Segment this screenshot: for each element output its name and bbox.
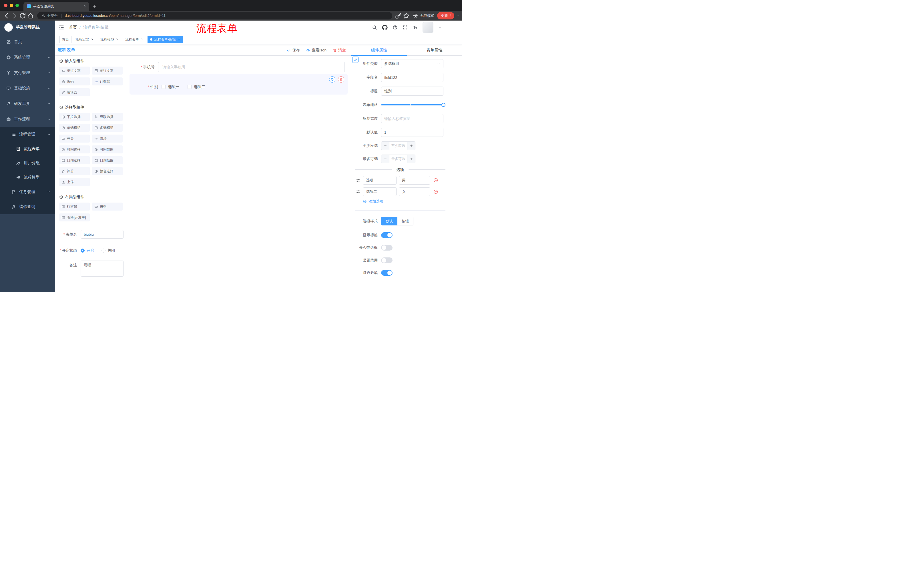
- browser-home-button[interactable]: [27, 12, 34, 20]
- form-grid-slider[interactable]: [381, 100, 444, 109]
- sidebar-item-user-group[interactable]: 用户分组: [0, 156, 55, 170]
- palette-item[interactable]: 密码: [59, 77, 90, 86]
- palette-item[interactable]: 上传: [59, 178, 90, 186]
- checkbox-icon[interactable]: [162, 85, 165, 89]
- gender-checkbox-option-2[interactable]: 选项二: [188, 84, 206, 89]
- drag-handle-icon[interactable]: [356, 189, 361, 194]
- sidebar-item-leave-query[interactable]: 请假查询: [0, 199, 55, 214]
- disabled-toggle[interactable]: [381, 257, 393, 263]
- gender-checkbox-option-1[interactable]: 选项一: [162, 84, 180, 89]
- palette-item[interactable]: 日期选择: [59, 156, 90, 164]
- palette-item[interactable]: 日期范围: [92, 156, 123, 164]
- sidebar-item-payment[interactable]: 支付管理: [0, 65, 55, 81]
- palette-item[interactable]: 按钮: [92, 202, 123, 211]
- tag-process-definition[interactable]: 流程定义: [73, 36, 96, 43]
- phone-field-row[interactable]: 手机号: [130, 62, 348, 72]
- slider-handle[interactable]: [441, 103, 446, 107]
- status-radio-on[interactable]: 开启: [81, 248, 94, 253]
- sidebar-item-process-form[interactable]: 流程表单: [0, 142, 55, 156]
- github-icon[interactable]: [382, 25, 388, 30]
- sidebar-item-system[interactable]: 系统管理: [0, 50, 55, 65]
- avatar-caret-icon[interactable]: [439, 26, 441, 29]
- palette-item[interactable]: 滑块: [92, 135, 123, 143]
- style-default-button[interactable]: 默认: [381, 217, 398, 225]
- option-value-input[interactable]: [399, 176, 430, 184]
- search-icon[interactable]: [372, 25, 377, 30]
- browser-tab[interactable]: 芋道管理系统: [23, 2, 89, 11]
- form-name-input[interactable]: [81, 230, 124, 239]
- style-button-button[interactable]: 按钮: [398, 217, 413, 225]
- new-tab-button[interactable]: [92, 5, 97, 8]
- url-text[interactable]: dashboard.yudao.iocoder.cn/bpm/manager/f…: [65, 14, 165, 18]
- component-type-select[interactable]: 多选框组: [381, 59, 444, 68]
- copy-component-button[interactable]: [329, 76, 335, 82]
- palette-item[interactable]: 评分: [59, 167, 90, 175]
- sidebar-item-process-management[interactable]: 流程管理: [0, 127, 55, 142]
- password-manager-icon[interactable]: [394, 12, 402, 20]
- tag-close-icon[interactable]: [116, 38, 119, 41]
- min-select-value[interactable]: 至少应选: [389, 142, 407, 150]
- tag-home[interactable]: 首页: [59, 36, 71, 43]
- tag-process-model[interactable]: 流程模型: [98, 36, 121, 43]
- sidebar-item-devtools[interactable]: 研发工具: [0, 96, 55, 112]
- user-avatar[interactable]: [422, 22, 433, 33]
- increment-button[interactable]: [407, 155, 415, 163]
- palette-item[interactable]: 时间范围: [92, 145, 123, 153]
- default-value-input[interactable]: [381, 128, 444, 137]
- title-input[interactable]: [381, 87, 444, 96]
- palette-item[interactable]: 时间选择: [59, 145, 90, 153]
- decrement-button[interactable]: [381, 142, 389, 150]
- bookmark-star-icon[interactable]: [403, 12, 410, 20]
- add-option-button[interactable]: 添加选项: [363, 199, 462, 204]
- slider-rail[interactable]: [381, 104, 444, 105]
- security-warning-icon[interactable]: [41, 14, 45, 18]
- browser-forward-button[interactable]: [11, 12, 18, 20]
- palette-item[interactable]: 单行文本: [59, 67, 90, 74]
- browser-back-button[interactable]: [3, 12, 10, 20]
- font-size-icon[interactable]: [412, 25, 418, 30]
- tab-component-props[interactable]: 组件属性: [351, 45, 407, 56]
- option-label-input[interactable]: [363, 176, 396, 184]
- remove-option-button[interactable]: [433, 178, 438, 183]
- palette-item[interactable]: 开关: [59, 135, 90, 143]
- sidebar-item-infrastructure[interactable]: 基础设施: [0, 81, 55, 96]
- help-icon[interactable]: [393, 25, 398, 30]
- form-remark-textarea[interactable]: 嘿嘿: [81, 261, 124, 276]
- sidebar-toggle-button[interactable]: [59, 25, 64, 30]
- max-select-value[interactable]: 最多可选: [389, 155, 407, 163]
- tab-form-props[interactable]: 表单属性: [407, 45, 462, 56]
- window-close-button[interactable]: [4, 4, 7, 7]
- palette-item[interactable]: 123计数器: [92, 77, 123, 86]
- selected-component-gender[interactable]: 性别 选项一 选项二: [130, 74, 348, 95]
- address-bar[interactable]: 不安全 dashboard.yudao.iocoder.cn/bpm/manag…: [37, 12, 392, 20]
- sidebar-item-home[interactable]: 首页: [0, 34, 55, 50]
- palette-item[interactable]: 多行文本: [92, 67, 123, 74]
- toolbar-chevron-icon[interactable]: [456, 14, 459, 17]
- option-value-input[interactable]: [399, 188, 430, 196]
- remove-option-button[interactable]: [433, 189, 438, 194]
- window-minimize-button[interactable]: [10, 4, 13, 7]
- save-button[interactable]: 保存: [287, 48, 300, 53]
- option-label-input[interactable]: [363, 188, 396, 196]
- tag-process-form-edit[interactable]: 流程表单-编辑: [147, 36, 183, 43]
- border-toggle[interactable]: [381, 245, 393, 250]
- window-zoom-button[interactable]: [15, 4, 19, 7]
- tag-close-icon[interactable]: [141, 38, 144, 41]
- link-button[interactable]: [352, 57, 358, 63]
- browser-menu-icon[interactable]: [449, 14, 453, 18]
- palette-item[interactable]: 颜色选择: [92, 167, 123, 175]
- tag-process-form[interactable]: 流程表单: [123, 36, 146, 43]
- status-radio-off[interactable]: 关闭: [101, 248, 115, 253]
- palette-item[interactable]: 行容器: [59, 202, 90, 211]
- palette-item[interactable]: 下拉选择: [59, 113, 90, 121]
- drag-handle-icon[interactable]: [356, 178, 361, 183]
- sidebar-item-workflow[interactable]: 工作流程: [0, 112, 55, 127]
- browser-reload-button[interactable]: [19, 12, 26, 20]
- palette-item[interactable]: 表格[开发中]: [59, 214, 90, 221]
- view-json-button[interactable]: 查看json: [306, 48, 327, 53]
- clear-button[interactable]: 清空: [333, 48, 346, 53]
- increment-button[interactable]: [407, 142, 415, 150]
- field-name-input[interactable]: [381, 73, 444, 82]
- sidebar-item-task-management[interactable]: 任务管理: [0, 184, 55, 199]
- app-logo[interactable]: 芋道管理系统: [0, 21, 55, 34]
